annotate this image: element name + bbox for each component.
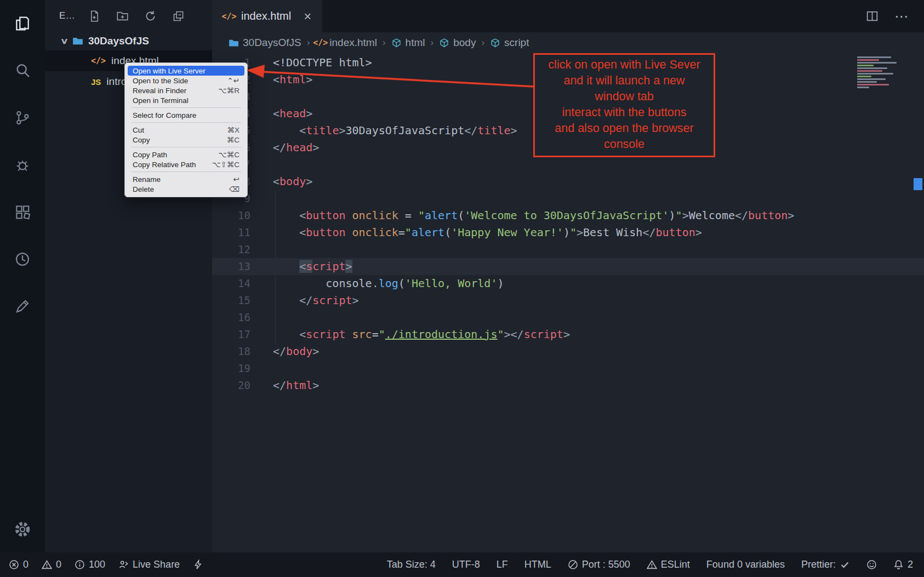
code-line-14[interactable]: 14 console.log('Hello, World')	[212, 275, 924, 292]
status-warnings[interactable]: 0	[42, 559, 61, 570]
menu-item-reveal-in-finder[interactable]: Reveal in Finder⌥⌘R	[125, 85, 247, 95]
line-text	[250, 360, 273, 377]
line-text: <button onclick = "alert('Welcome to 30D…	[250, 207, 794, 224]
activity-item-search[interactable]	[9, 58, 36, 84]
activity-item-extensions[interactable]	[9, 199, 36, 225]
activity-item-clock[interactable]	[9, 246, 36, 272]
menu-item-delete[interactable]: Delete⌫	[125, 184, 247, 194]
minimap[interactable]	[857, 56, 910, 89]
status-lightning[interactable]	[193, 559, 203, 570]
collapse-all-icon[interactable]	[172, 10, 185, 22]
menu-item-copy-path[interactable]: Copy Path⌥⌘C	[125, 150, 247, 159]
activity-item-debug[interactable]	[9, 152, 36, 178]
code-line-15[interactable]: 15 </script>	[212, 292, 924, 309]
menu-item-label: Rename	[133, 175, 161, 184]
menu-item-rename[interactable]: Rename↩	[125, 174, 247, 184]
breadcrumb-separator: ›	[481, 37, 484, 48]
menu-item-open-to-the-side[interactable]: Open to the Side⌃↵	[125, 76, 247, 85]
breadcrumb-item-index-html[interactable]: </>index.html	[315, 37, 377, 49]
breadcrumb-item-body[interactable]: body	[439, 37, 476, 49]
code-line-13[interactable]: 13 <script>	[212, 258, 924, 275]
breadcrumb-separator: ›	[431, 37, 434, 48]
activity-item-feedback[interactable]	[9, 293, 36, 319]
new-folder-icon[interactable]	[116, 10, 129, 22]
menu-item-shortcut: ↩	[233, 175, 239, 184]
line-text: </html>	[250, 377, 319, 394]
tab-index-html[interactable]: </> index.html ×	[212, 0, 322, 32]
refresh-icon[interactable]	[144, 10, 157, 22]
status-eol[interactable]: LF	[497, 559, 508, 570]
line-number: 10	[212, 207, 250, 224]
smiley-icon	[866, 559, 877, 570]
line-text	[250, 88, 273, 105]
menu-item-label: Reveal in Finder	[133, 87, 186, 95]
status-live-share[interactable]: Live Share	[118, 559, 180, 570]
status-label: Found 0 variables	[706, 559, 785, 570]
menu-item-shortcut: ⌘C	[227, 135, 239, 144]
live-share-icon	[118, 559, 129, 570]
status-eslint[interactable]: ESLint	[647, 559, 690, 570]
menu-item-select-for-compare[interactable]: Select for Compare	[125, 110, 247, 120]
breadcrumb-item-30daysofjs[interactable]: 30DaysOfJS	[229, 37, 301, 49]
menu-item-copy[interactable]: Copy⌘C	[125, 135, 247, 145]
status-notifications[interactable]: 2	[893, 559, 913, 570]
symbol-cube-icon	[391, 38, 402, 48]
code-line-7[interactable]: 7	[212, 156, 924, 173]
lightning-icon	[193, 559, 203, 570]
code-line-19[interactable]: 19	[212, 360, 924, 377]
status-label: Prettier:	[801, 559, 836, 570]
extensions-icon	[14, 203, 31, 221]
menu-item-label: Select for Compare	[133, 111, 196, 119]
breadcrumb-item-script[interactable]: script	[490, 37, 529, 49]
code-line-9[interactable]: 9	[212, 190, 924, 207]
line-text	[250, 309, 273, 326]
chevron-down-icon: ∨	[60, 36, 69, 46]
menu-item-label: Open to the Side	[133, 77, 188, 85]
status-tab-size[interactable]: Tab Size: 4	[387, 559, 436, 570]
activity-item-settings[interactable]	[9, 516, 36, 542]
code-line-12[interactable]: 12	[212, 241, 924, 258]
menu-item-cut[interactable]: Cut⌘X	[125, 125, 247, 135]
explorer-title: E…	[59, 10, 75, 21]
menu-item-open-with-live-server[interactable]: Open with Live Server	[128, 66, 244, 76]
status-variables[interactable]: Found 0 variables	[706, 559, 785, 570]
explorer-header: E…	[45, 0, 212, 32]
line-text: </head>	[250, 139, 319, 156]
code-line-18[interactable]: 18</body>	[212, 343, 924, 360]
status-info[interactable]: 100	[75, 559, 105, 570]
folder-row-30daysofjs[interactable]: ∨ 30DaysOfJS	[45, 32, 212, 50]
split-editor-icon[interactable]	[865, 9, 879, 23]
menu-item-label: Open with Live Server	[133, 67, 206, 75]
activity-item-source-control[interactable]	[9, 105, 36, 131]
activity-item-explorer[interactable]	[9, 10, 36, 37]
code-line-8[interactable]: 8<body>	[212, 173, 924, 190]
menu-item-open-in-terminal[interactable]: Open in Terminal	[125, 95, 247, 105]
code-line-20[interactable]: 20</html>	[212, 377, 924, 394]
code-line-10[interactable]: 10 <button onclick = "alert('Welcome to …	[212, 207, 924, 224]
code-line-11[interactable]: 11 <button onclick="alert('Happy New Yea…	[212, 224, 924, 241]
status-encoding[interactable]: UTF-8	[452, 559, 480, 570]
new-file-icon[interactable]	[88, 10, 101, 22]
status-language-mode[interactable]: HTML	[524, 559, 551, 570]
code-line-16[interactable]: 16	[212, 309, 924, 326]
status-port[interactable]: Port : 5500	[568, 559, 630, 570]
vscode-window: E… ∨ 30DaysOfJS </>index.htmlJSintroduct…	[0, 0, 924, 577]
status-errors[interactable]: 0	[9, 559, 28, 570]
line-text: <button onclick="alert('Happy New Year!'…	[250, 224, 702, 241]
annotation-line: interact with the buttons	[535, 105, 714, 121]
annotation-line: and also open the browser	[535, 121, 714, 136]
menu-item-copy-relative-path[interactable]: Copy Relative Path⌥⇧⌘C	[125, 159, 247, 169]
tab-title: index.html	[241, 10, 291, 22]
menu-separator	[131, 172, 241, 172]
status-prettier[interactable]: Prettier:	[801, 559, 850, 570]
status-label: HTML	[524, 559, 551, 570]
line-text	[250, 241, 273, 258]
status-feedback-smiley[interactable]	[866, 559, 877, 570]
activity-bar	[0, 0, 45, 552]
breadcrumb-item-html[interactable]: html	[391, 37, 425, 49]
code-line-17[interactable]: 17 <script src="./introduction.js"></scr…	[212, 326, 924, 343]
explorer-icon	[14, 15, 31, 32]
settings-icon	[14, 521, 31, 538]
menu-item-label: Cut	[133, 126, 144, 134]
close-icon[interactable]: ×	[304, 10, 311, 23]
